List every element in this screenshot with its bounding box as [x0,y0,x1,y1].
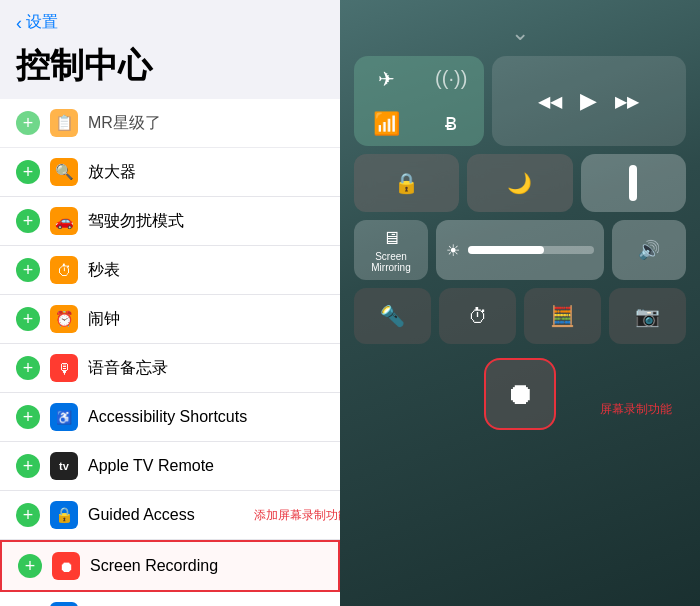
icon-voicememo-glyph: 🎙 [57,360,72,377]
camera-icon: 📷 [635,304,660,328]
nav-bar: ‹ 设置 [0,0,340,39]
item-label-driving: 驾驶勿扰模式 [88,211,324,232]
icon-voicememo: 🎙 [50,354,78,382]
back-label: 设置 [26,12,58,33]
mirroring-icon: 🖥 [382,228,400,249]
brightness-bar [468,246,594,254]
item-label-accessibility: Accessibility Shortcuts [88,408,324,426]
icon-guided-glyph: 🔒 [55,506,74,524]
play-button[interactable]: ▶ [580,88,597,114]
list-item-textsize[interactable]: Aa Text Size [0,592,340,606]
cc-row-3: 🖥 ScreenMirroring ☀ 🔊 [354,220,686,280]
list-item-accessibility[interactable]: + ♿ Accessibility Shortcuts [0,393,340,442]
icon-magnifier: 🔍 [50,158,78,186]
prev-button[interactable]: ◀◀ [538,92,562,111]
list-item-stopwatch[interactable]: + ⏱ 秒表 [0,246,340,295]
top-handle: ⌄ [354,20,686,46]
item-label-voicememo: 语音备忘录 [88,358,324,379]
control-center: ⌄ ✈ ((·)) 📶 Ƀ ◀◀ ▶ [340,0,700,606]
icon-guided: 🔒 [50,501,78,529]
camera-button[interactable]: 📷 [609,288,686,344]
icon-alarm: ⏰ [50,305,78,333]
timer-button[interactable]: ⏱ [439,288,516,344]
control-center-panel: ⌄ ✈ ((·)) 📶 Ƀ ◀◀ ▶ [340,0,700,606]
cc-row-1: ✈ ((·)) 📶 Ƀ ◀◀ ▶ ▶▶ [354,56,686,146]
airplane-mode-button[interactable]: ✈ [354,56,419,101]
add-button-alarm[interactable]: + [16,307,40,331]
icon-accessibility-glyph: ♿ [56,410,72,425]
add-button-magnifier[interactable]: + [16,160,40,184]
wifi-icon: ((·)) [435,67,467,90]
add-button-appletv[interactable]: + [16,454,40,478]
icon-partial: 📋 [50,109,78,137]
rotation-lock-icon: 🔒 [394,171,419,195]
item-label-partial: MR星级了 [88,113,324,134]
list-item-appletv[interactable]: + tv Apple TV Remote [0,442,340,491]
record-icon: ⏺ [505,377,535,411]
moon-icon: 🌙 [507,171,532,195]
screen-mirroring-button[interactable]: 🖥 ScreenMirroring [354,220,428,280]
list-item-voicememo[interactable]: + 🎙 语音备忘录 [0,344,340,393]
wifi-signal-icon: 📶 [373,111,400,137]
handle-icon: ⌄ [511,20,529,45]
item-label-stopwatch: 秒表 [88,260,324,281]
icon-screen-recording: ⏺ [52,552,80,580]
add-button-guided[interactable]: + [16,503,40,527]
airplane-icon: ✈ [378,67,395,91]
flashlight-button[interactable]: 🔦 [354,288,431,344]
rotation-lock-button[interactable]: 🔒 [354,154,459,212]
volume-slider[interactable] [581,154,686,212]
do-not-disturb-button[interactable]: 🌙 [467,154,572,212]
chevron-icon: ‹ [16,14,22,32]
icon-driving-glyph: 🚗 [55,212,74,230]
icon-stopwatch: ⏱ [50,256,78,284]
list-item-guided[interactable]: + 🔒 Guided Access 添加屏幕录制功能 [0,491,340,540]
item-label-appletv: Apple TV Remote [88,457,324,475]
brightness-fill [468,246,544,254]
icon-screen-recording-glyph: ⏺ [59,558,74,575]
add-button-accessibility[interactable]: + [16,405,40,429]
volume-control[interactable]: 🔊 [612,220,686,280]
icon-driving: 🚗 [50,207,78,235]
timer-icon: ⏱ [468,305,488,328]
add-button-voicememo[interactable]: + [16,356,40,380]
icon-appletv-glyph: tv [59,460,69,472]
list-item-alarm[interactable]: + ⏰ 闹钟 [0,295,340,344]
icon-textsize: Aa [50,602,78,606]
screen-record-button[interactable]: ⏺ [484,358,556,430]
record-section: ⏺ 屏幕录制功能 [354,352,686,430]
mirroring-label: ScreenMirroring [371,251,410,273]
list-item-screen-recording[interactable]: + ⏺ Screen Recording [0,540,340,592]
next-button[interactable]: ▶▶ [615,92,639,111]
connectivity-block[interactable]: ✈ ((·)) 📶 Ƀ [354,56,484,146]
bluetooth-button[interactable]: Ƀ [419,101,484,146]
brightness-icon: ☀ [446,241,460,260]
add-button-stopwatch[interactable]: + [16,258,40,282]
cellular-button[interactable]: 📶 [354,101,419,146]
page-title: 控制中心 [0,39,340,99]
annotation-guided: 添加屏幕录制功能 [254,507,340,524]
icon-appletv: tv [50,452,78,480]
list-item-partial: + 📋 MR星级了 [0,99,340,148]
back-button[interactable]: ‹ 设置 [16,12,58,33]
cc-row-2: 🔒 🌙 [354,154,686,212]
media-controls: ◀◀ ▶ ▶▶ [492,56,686,146]
list-item-magnifier[interactable]: + 🔍 放大器 [0,148,340,197]
icon-stopwatch-glyph: ⏱ [57,262,72,279]
item-label-screen-recording: Screen Recording [90,557,322,575]
wifi-button[interactable]: ((·)) [419,56,484,101]
brightness-control[interactable]: ☀ [436,220,604,280]
item-label-alarm: 闹钟 [88,309,324,330]
item-label-magnifier: 放大器 [88,162,324,183]
add-button-partial[interactable]: + [16,111,40,135]
icon-magnifier-glyph: 🔍 [55,163,74,181]
add-button-driving[interactable]: + [16,209,40,233]
add-button-screen-recording[interactable]: + [18,554,42,578]
list-item-driving[interactable]: + 🚗 驾驶勿扰模式 [0,197,340,246]
slider-thumb [629,165,637,201]
calculator-button[interactable]: 🧮 [524,288,601,344]
annotation-record: 屏幕录制功能 [600,401,672,418]
settings-list: + 📋 MR星级了 + 🔍 放大器 + 🚗 驾驶勿扰模式 + ⏱ [0,99,340,606]
flashlight-icon: 🔦 [380,304,405,328]
icon-accessibility: ♿ [50,403,78,431]
